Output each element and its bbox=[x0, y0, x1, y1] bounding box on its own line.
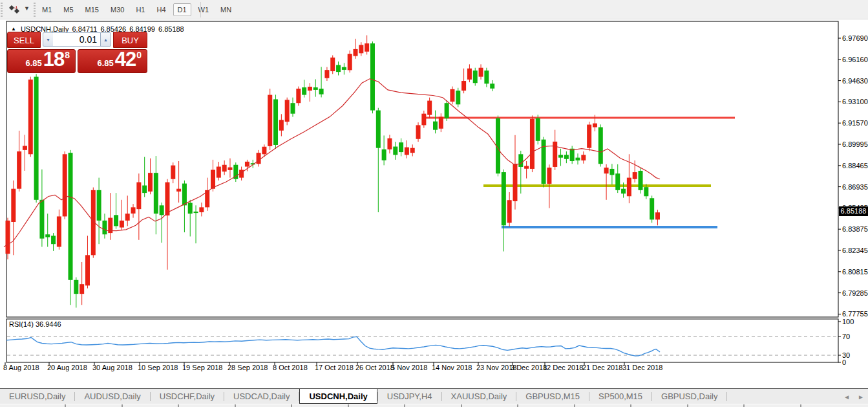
candle-body bbox=[587, 125, 591, 148]
strip-tick bbox=[743, 404, 745, 407]
tab-usdcnh-daily[interactable]: USDCNH,Daily bbox=[299, 389, 377, 404]
candle-body bbox=[370, 43, 375, 110]
candle-body bbox=[399, 142, 403, 152]
time-axis-label: 8 Oct 2018 bbox=[273, 364, 308, 371]
price-axis-label: 6.77755 bbox=[842, 310, 868, 318]
price-axis-label: 6.80815 bbox=[842, 268, 868, 276]
rsi-scale-label: 0 bbox=[842, 358, 846, 366]
price-axis-label: 6.89995 bbox=[842, 140, 868, 148]
strip-tick bbox=[687, 404, 688, 407]
candle-body bbox=[564, 155, 569, 159]
candle-body bbox=[621, 189, 626, 193]
candle-body bbox=[615, 173, 620, 190]
strip-tick bbox=[348, 404, 349, 407]
tab-usdcad-daily[interactable]: USDCAD,Daily bbox=[224, 389, 299, 404]
candle-body bbox=[319, 89, 324, 94]
buy-button[interactable]: BUY bbox=[113, 32, 147, 48]
candle-body bbox=[627, 178, 631, 197]
price-axis-label: 6.86935 bbox=[842, 183, 868, 191]
candle-body bbox=[154, 173, 158, 214]
tab-gbpusd-m15[interactable]: GBPUSD,M15 bbox=[516, 389, 589, 404]
candle-body bbox=[524, 166, 529, 168]
tab-audusd-daily[interactable]: AUDUSD,Daily bbox=[75, 389, 149, 404]
ask-quote-button[interactable]: 6.85 42 0 bbox=[78, 49, 147, 73]
candle-body bbox=[598, 127, 603, 164]
price-axis-label: 6.94630 bbox=[842, 77, 868, 85]
candle-body bbox=[142, 186, 147, 193]
ask-price-prefix: 6.85 bbox=[97, 58, 113, 68]
tab-scroll-left-icon[interactable]: ◄ bbox=[843, 393, 850, 401]
candle-body bbox=[57, 216, 61, 247]
candle-body bbox=[63, 154, 67, 216]
candle-body bbox=[291, 103, 295, 113]
tab-usdjpy-h4[interactable]: USDJPY,H4 bbox=[378, 389, 441, 404]
ask-price-main: 42 bbox=[115, 48, 136, 71]
candle-body bbox=[650, 198, 654, 219]
candle-body bbox=[336, 65, 341, 72]
candle-body bbox=[45, 234, 50, 237]
candle-body bbox=[245, 162, 249, 167]
candle-body bbox=[604, 168, 609, 173]
candle-body bbox=[581, 155, 586, 160]
time-axis-label: 8 Aug 2018 bbox=[3, 364, 39, 371]
volume-input[interactable] bbox=[53, 32, 101, 47]
strip-tick bbox=[291, 404, 292, 407]
tab-gbpusd-daily[interactable]: GBPUSD,Daily bbox=[652, 389, 726, 404]
tab-sp500-m15[interactable]: SP500,M15 bbox=[589, 389, 651, 404]
rsi-indicator-label: RSI(14) 36.9446 bbox=[9, 320, 61, 328]
current-price-badge: 6.85188 bbox=[839, 206, 868, 216]
candle-body bbox=[410, 148, 415, 153]
rsi-pane[interactable] bbox=[6, 319, 838, 362]
candle-body bbox=[28, 80, 33, 154]
candle-body bbox=[518, 154, 523, 167]
price-axis-label: 6.97690 bbox=[842, 34, 868, 42]
candle-body bbox=[416, 125, 421, 138]
candle-body bbox=[11, 189, 16, 222]
candle-body bbox=[217, 167, 221, 178]
candle-body bbox=[644, 187, 648, 196]
strip-tick bbox=[461, 404, 462, 407]
time-axis-label: 12 Dec 2018 bbox=[543, 364, 583, 371]
candle-body bbox=[570, 149, 575, 161]
ask-price-pip: 0 bbox=[136, 50, 142, 60]
bid-quote-button[interactable]: 6.85 18 8 bbox=[7, 49, 76, 73]
candle-body bbox=[257, 153, 261, 164]
candle-body bbox=[593, 124, 597, 127]
strip-tick bbox=[122, 404, 123, 407]
candle-body bbox=[479, 68, 483, 77]
volume-decrease-button[interactable]: ▼ bbox=[43, 32, 54, 47]
candle-body bbox=[39, 200, 44, 239]
tab-usdchf-daily[interactable]: USDCHF,Daily bbox=[151, 389, 224, 404]
candle-body bbox=[222, 165, 227, 171]
price-axis-label: 6.79285 bbox=[842, 289, 868, 297]
tab-eurusd-daily[interactable]: EURUSD,Daily bbox=[0, 389, 74, 404]
candle-body bbox=[302, 87, 306, 95]
volume-increase-button[interactable]: ▲ bbox=[100, 32, 111, 47]
time-axis-label: 10 Sep 2018 bbox=[138, 364, 178, 371]
candle-body bbox=[296, 89, 301, 103]
candle-body bbox=[639, 171, 643, 190]
candle-body bbox=[421, 114, 426, 126]
candle-body bbox=[69, 153, 73, 280]
candle-body bbox=[279, 120, 284, 130]
strip-tick bbox=[630, 404, 631, 407]
tab-separator bbox=[726, 392, 727, 401]
candle-body bbox=[228, 168, 232, 170]
sell-button[interactable]: SELL bbox=[7, 32, 41, 48]
ohlc-close: 6.85188 bbox=[158, 25, 184, 33]
candle-body bbox=[148, 173, 153, 192]
candle-body bbox=[405, 148, 409, 155]
rsi-scale-label: 100 bbox=[842, 318, 854, 325]
tab-xauusd-daily[interactable]: XAUUSD,Daily bbox=[442, 389, 516, 404]
time-axis-label: 3 Dec 2018 bbox=[511, 364, 547, 371]
candle-body bbox=[439, 117, 443, 129]
candle-body bbox=[359, 45, 363, 53]
rsi-scale-label: 70 bbox=[842, 333, 850, 340]
candle-body bbox=[120, 221, 124, 228]
strip-tick bbox=[404, 404, 405, 407]
tab-scroll-right-icon[interactable]: ► bbox=[858, 393, 864, 401]
candle-body bbox=[182, 184, 187, 206]
candle-body bbox=[513, 164, 517, 201]
candle-body bbox=[211, 170, 215, 188]
candle-body bbox=[171, 166, 175, 179]
